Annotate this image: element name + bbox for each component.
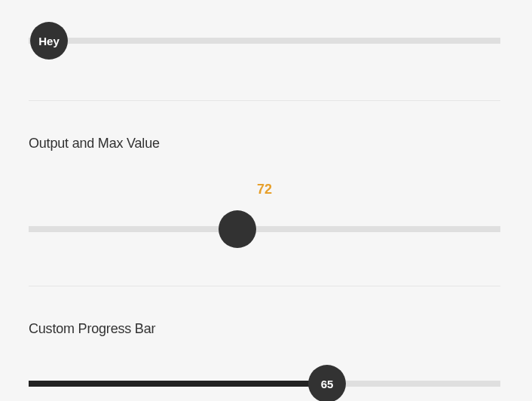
slider-track xyxy=(29,226,500,232)
slider-section-output-max: Output and Max Value 72 xyxy=(29,136,500,232)
slider-track xyxy=(29,38,500,44)
divider xyxy=(29,286,500,286)
slider-section-progress: Custom Progress Bar 65 xyxy=(29,321,500,387)
slider-section-hey: Hey xyxy=(29,38,500,44)
slider-hey[interactable]: Hey xyxy=(29,38,500,44)
slider-thumb[interactable]: 65 xyxy=(308,365,346,401)
slider-thumb[interactable] xyxy=(219,210,256,248)
slider-track xyxy=(29,381,500,387)
slider-progress-fill xyxy=(29,381,327,387)
section-heading: Custom Progress Bar xyxy=(29,321,500,337)
section-heading: Output and Max Value xyxy=(29,136,500,152)
slider-thumb[interactable]: Hey xyxy=(30,22,68,60)
slider-value-output: 72 xyxy=(29,182,500,197)
slider-thumb-label: Hey xyxy=(38,35,60,47)
divider xyxy=(29,100,500,101)
slider-progress[interactable]: 65 xyxy=(29,381,500,387)
slider-output-max[interactable] xyxy=(29,226,500,232)
slider-thumb-label: 65 xyxy=(321,378,334,390)
